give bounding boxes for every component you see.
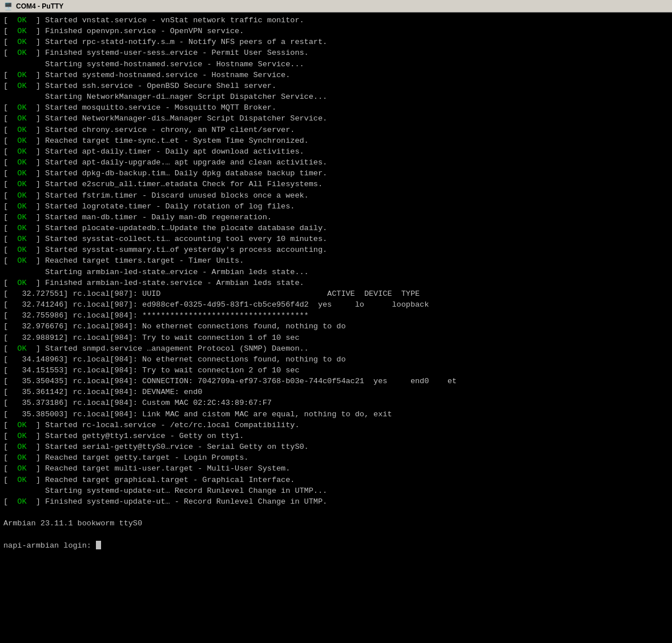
- terminal-line: [ OK ] Started ssh.service - OpenBSD Sec…: [3, 81, 669, 91]
- terminal-line: [ OK ] Started snmpd.service …anagement …: [3, 343, 669, 354]
- terminal-line: [ OK ] Started NetworkManager-dis…Manage…: [3, 113, 669, 124]
- terminal-line: [ OK ] Started logrotate.timer - Daily r…: [3, 201, 669, 212]
- terminal-line: [ 32.976676] rc.local[984]: No ethernet …: [3, 321, 669, 332]
- title-bar-icon: 🖥️: [3, 2, 13, 11]
- terminal: [ OK ] Started vnstat.service - vnStat n…: [0, 13, 672, 553]
- terminal-line: [ OK ] Started rpc-statd-notify.s…m - No…: [3, 37, 669, 47]
- terminal-line: [ OK ] Reached target multi-user.target …: [3, 463, 669, 474]
- terminal-line: [ OK ] Started man-db.timer - Daily man-…: [3, 212, 669, 223]
- terminal-line: [ OK ] Started apt-daily-upgrade.… apt u…: [3, 157, 669, 168]
- terminal-line: [ 35.385003] rc.local[984]: Link MAC and…: [3, 409, 669, 420]
- terminal-line: [ 32.727551] rc.local[987]: UUID ACTIVE …: [3, 288, 669, 299]
- terminal-line: [ OK ] Started plocate-updatedb.t…Update…: [3, 223, 669, 234]
- terminal-line: [ OK ] Started sysstat-collect.ti… accou…: [3, 234, 669, 244]
- terminal-line: [ 32.741246] rc.local[987]: ed988cef-032…: [3, 299, 669, 310]
- terminal-line: [ OK ] Started sysstat-summary.ti…of yes…: [3, 244, 669, 255]
- terminal-line: [ 35.373186] rc.local[984]: Custom MAC 0…: [3, 397, 669, 408]
- terminal-line: Starting NetworkManager-di…nager Script …: [3, 91, 669, 102]
- terminal-line: [ OK ] Reached target graphical.target -…: [3, 475, 669, 485]
- title-bar: 🖥️ COM4 - PuTTY: [0, 0, 672, 13]
- terminal-line: napi-armbian login:: [3, 540, 669, 551]
- terminal-line: [ OK ] Finished systemd-user-sess…ervice…: [3, 47, 669, 58]
- terminal-line: Armbian 23.11.1 bookworm ttyS0: [3, 518, 669, 529]
- terminal-line: [ OK ] Started dpkg-db-backup.tim… Daily…: [3, 168, 669, 179]
- cursor[interactable]: [96, 541, 101, 549]
- terminal-line: [ 34.151553] rc.local[984]: Try to wait …: [3, 365, 669, 376]
- terminal-line: Starting systemd-update-ut… Record Runle…: [3, 485, 669, 496]
- terminal-line: [ OK ] Started e2scrub_all.timer…etadata…: [3, 179, 669, 190]
- terminal-line: [ OK ] Reached target getty.target - Log…: [3, 452, 669, 463]
- terminal-line: [ OK ] Started serial-getty@ttyS0…rvice …: [3, 441, 669, 452]
- terminal-line: [ OK ] Started getty@tty1.service - Gett…: [3, 431, 669, 441]
- terminal-line: [ OK ] Reached target timers.target - Ti…: [3, 255, 669, 266]
- terminal-line: [ 34.148963] rc.local[984]: No ethernet …: [3, 354, 669, 365]
- terminal-line: [ OK ] Started rc-local.service - /etc/r…: [3, 420, 669, 431]
- terminal-line: [ OK ] Started vnstat.service - vnStat n…: [3, 15, 669, 26]
- terminal-line: [ OK ] Started apt-daily.timer - Daily a…: [3, 146, 669, 157]
- terminal-line: [ 32.755986] rc.local[984]: ************…: [3, 310, 669, 321]
- terminal-line: [ OK ] Finished openvpn.service - OpenVP…: [3, 26, 669, 37]
- terminal-line: Starting armbian-led-state…ervice - Armb…: [3, 267, 669, 278]
- terminal-line: [ OK ] Finished armbian-led-state.servic…: [3, 278, 669, 288]
- terminal-line: [3, 507, 669, 518]
- terminal-line: [3, 529, 669, 540]
- terminal-line: [ OK ] Started fstrim.timer - Discard un…: [3, 190, 669, 201]
- terminal-line: [ OK ] Started mosquitto.service - Mosqu…: [3, 102, 669, 113]
- title-bar-text: COM4 - PuTTY: [16, 2, 669, 10]
- terminal-line: [ 32.988912] rc.local[984]: Try to wait …: [3, 332, 669, 343]
- terminal-line: [ 35.361142] rc.local[984]: DEVNAME: end…: [3, 387, 669, 397]
- terminal-line: [ 35.350435] rc.local[984]: CONNECTION: …: [3, 376, 669, 387]
- terminal-line: [ OK ] Finished systemd-update-ut… - Rec…: [3, 496, 669, 507]
- terminal-line: Starting systemd-hostnamed.service - Hos…: [3, 59, 669, 70]
- terminal-line: [ OK ] Reached target time-sync.t…et - S…: [3, 135, 669, 146]
- terminal-line: [ OK ] Started systemd-hostnamed.service…: [3, 70, 669, 81]
- terminal-line: [ OK ] Started chrony.service - chrony, …: [3, 124, 669, 135]
